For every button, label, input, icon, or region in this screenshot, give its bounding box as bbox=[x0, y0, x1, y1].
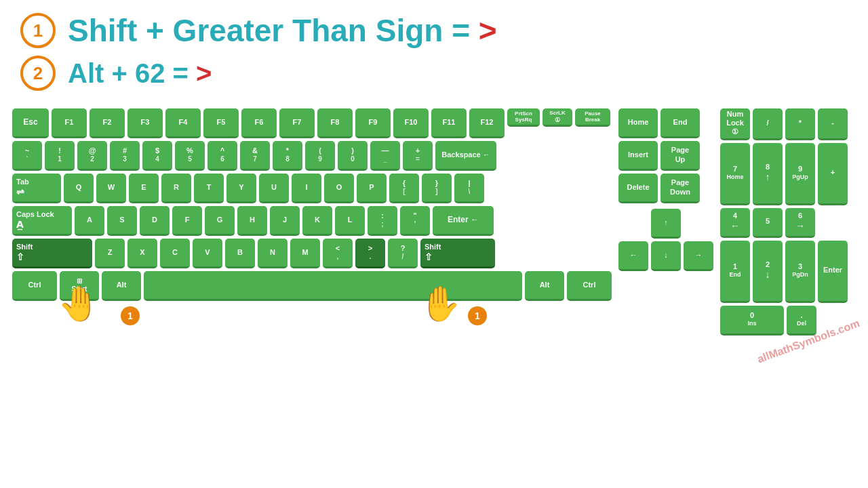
key-backspace[interactable]: Backspace ← bbox=[435, 141, 496, 171]
key-enter[interactable]: Enter ← bbox=[433, 206, 494, 236]
key-w[interactable]: W bbox=[96, 174, 126, 203]
key-k[interactable]: K bbox=[302, 206, 332, 236]
key-end[interactable]: End bbox=[660, 108, 700, 138]
key-minus[interactable]: —_ bbox=[370, 141, 400, 171]
key-8[interactable]: *8 bbox=[273, 141, 302, 171]
key-period[interactable]: >. bbox=[355, 239, 385, 268]
key-num-6[interactable]: 6→ bbox=[785, 208, 815, 238]
key-tab[interactable]: Tab⇌ bbox=[12, 174, 61, 203]
key-i[interactable]: I bbox=[292, 174, 321, 203]
key-arrow-left[interactable]: ← bbox=[618, 241, 648, 271]
key-num-dot[interactable]: .Del bbox=[787, 306, 816, 336]
key-num-slash[interactable]: / bbox=[753, 108, 783, 140]
key-quote[interactable]: "' bbox=[400, 206, 430, 236]
key-0[interactable]: )0 bbox=[338, 141, 368, 171]
key-f7[interactable]: F7 bbox=[279, 108, 315, 138]
key-s[interactable]: S bbox=[107, 206, 137, 236]
key-tilde[interactable]: ~` bbox=[12, 141, 42, 171]
key-comma[interactable]: <, bbox=[323, 239, 353, 268]
key-u[interactable]: U bbox=[259, 174, 289, 203]
key-num-enter[interactable]: Enter bbox=[818, 241, 848, 303]
key-c[interactable]: C bbox=[160, 239, 190, 268]
key-capslock[interactable]: Caps LockA̲ bbox=[12, 206, 72, 236]
key-j[interactable]: J bbox=[270, 206, 300, 236]
key-f5[interactable]: F5 bbox=[203, 108, 239, 138]
key-scrlk[interactable]: ScrLK① bbox=[542, 108, 572, 127]
key-9[interactable]: (9 bbox=[305, 141, 335, 171]
key-insert[interactable]: Insert bbox=[618, 141, 658, 171]
key-alt-right[interactable]: Alt bbox=[525, 271, 564, 301]
key-f8[interactable]: F8 bbox=[317, 108, 353, 138]
key-h[interactable]: H bbox=[237, 206, 267, 236]
key-num-3[interactable]: 3PgDn bbox=[785, 241, 815, 303]
key-d[interactable]: D bbox=[140, 206, 170, 236]
key-arrow-down[interactable]: ↓ bbox=[651, 241, 681, 271]
key-num-4[interactable]: 4← bbox=[720, 208, 750, 238]
key-b[interactable]: B bbox=[225, 239, 255, 268]
key-f3[interactable]: F3 bbox=[127, 108, 163, 138]
key-num-5[interactable]: 5 bbox=[753, 208, 783, 238]
key-v[interactable]: V bbox=[193, 239, 222, 268]
key-num-2[interactable]: 2↓ bbox=[753, 241, 783, 303]
key-r[interactable]: R bbox=[161, 174, 191, 203]
key-page-down[interactable]: PageDown bbox=[660, 174, 700, 203]
key-f1[interactable]: F1 bbox=[52, 108, 87, 138]
key-m[interactable]: M bbox=[290, 239, 320, 268]
key-q[interactable]: Q bbox=[64, 174, 94, 203]
key-y[interactable]: Y bbox=[226, 174, 256, 203]
key-f2[interactable]: F2 bbox=[90, 108, 125, 138]
key-n[interactable]: N bbox=[258, 239, 288, 268]
key-arrow-right[interactable]: → bbox=[684, 241, 713, 271]
key-rbracket[interactable]: }] bbox=[422, 174, 452, 203]
key-backslash[interactable]: |\ bbox=[454, 174, 484, 203]
key-num-9[interactable]: 9PgUp bbox=[785, 143, 815, 205]
key-7[interactable]: &7 bbox=[240, 141, 270, 171]
key-f11[interactable]: F11 bbox=[431, 108, 467, 138]
key-num-1[interactable]: 1End bbox=[720, 241, 750, 303]
key-ctrl-left[interactable]: Ctrl bbox=[12, 271, 57, 301]
key-slash[interactable]: ?/ bbox=[388, 239, 418, 268]
key-num-7[interactable]: 7Home bbox=[720, 143, 750, 205]
key-z[interactable]: Z bbox=[95, 239, 125, 268]
key-prtscn[interactable]: PrtScnSysRq bbox=[507, 108, 540, 127]
key-semicolon[interactable]: :; bbox=[368, 206, 397, 236]
key-shift-left[interactable]: Shift⇧ bbox=[12, 239, 92, 268]
key-equals[interactable]: += bbox=[403, 141, 433, 171]
key-a[interactable]: A bbox=[75, 206, 104, 236]
key-o[interactable]: O bbox=[324, 174, 354, 203]
key-f10[interactable]: F10 bbox=[393, 108, 429, 138]
key-1[interactable]: !1 bbox=[45, 141, 75, 171]
key-6[interactable]: ^6 bbox=[208, 141, 237, 171]
key-e[interactable]: E bbox=[129, 174, 159, 203]
key-2[interactable]: @2 bbox=[77, 141, 107, 171]
key-pause[interactable]: PauseBreak bbox=[575, 108, 610, 127]
key-arrow-up[interactable]: ↑ bbox=[651, 209, 681, 239]
key-home[interactable]: Home bbox=[618, 108, 658, 138]
key-3[interactable]: #3 bbox=[110, 141, 140, 171]
key-lbracket[interactable]: {[ bbox=[389, 174, 419, 203]
key-numlock[interactable]: NumLock① bbox=[720, 108, 750, 140]
key-page-up[interactable]: PageUp bbox=[660, 141, 700, 171]
key-f6[interactable]: F6 bbox=[241, 108, 277, 138]
key-p[interactable]: P bbox=[357, 174, 387, 203]
key-delete[interactable]: Delete bbox=[618, 174, 658, 203]
key-x[interactable]: X bbox=[127, 239, 157, 268]
key-num-8[interactable]: 8↑ bbox=[753, 143, 783, 205]
key-esc[interactable]: Esc bbox=[12, 108, 49, 138]
key-num-minus[interactable]: - bbox=[818, 108, 848, 140]
key-5[interactable]: %5 bbox=[175, 141, 205, 171]
key-f12[interactable]: F12 bbox=[469, 108, 505, 138]
key-num-star[interactable]: * bbox=[785, 108, 815, 140]
key-4[interactable]: $4 bbox=[142, 141, 172, 171]
key-l[interactable]: L bbox=[335, 206, 365, 236]
key-f[interactable]: F bbox=[172, 206, 202, 236]
key-ctrl-right[interactable]: Ctrl bbox=[567, 271, 612, 301]
key-f4[interactable]: F4 bbox=[165, 108, 201, 138]
key-f9[interactable]: F9 bbox=[355, 108, 391, 138]
key-shift-right[interactable]: Shift⇧ bbox=[420, 239, 495, 268]
key-space[interactable] bbox=[144, 271, 522, 301]
key-num-plus[interactable]: + bbox=[818, 143, 848, 205]
key-g[interactable]: G bbox=[205, 206, 235, 236]
key-alt-left[interactable]: Alt bbox=[102, 271, 141, 301]
key-t[interactable]: T bbox=[194, 174, 224, 203]
